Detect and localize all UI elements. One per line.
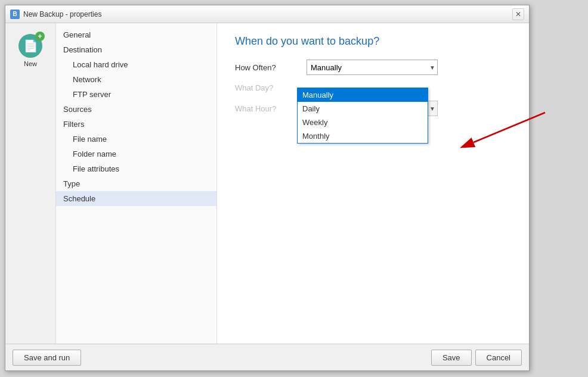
sidebar-item-local-hard-drive[interactable]: Local hard drive [56, 57, 216, 72]
sidebar-item-general[interactable]: General [56, 27, 216, 42]
main-dialog: B New Backup - properties ✕ 📄 + New Gene… [5, 5, 530, 371]
how-often-label: How Often? [235, 63, 307, 72]
sidebar-item-sources[interactable]: Sources [56, 102, 216, 117]
icon-panel: 📄 + New [5, 23, 56, 344]
new-label: New [24, 60, 37, 67]
dialog-titlebar: B New Backup - properties ✕ [5, 5, 529, 23]
dialog-title: New Backup - properties [23, 10, 512, 18]
sidebar-item-filters[interactable]: Filters [56, 117, 216, 132]
section-title: When do you want to backup? [235, 35, 511, 48]
sidebar-item-file-name[interactable]: File name [56, 132, 216, 147]
plus-badge: + [35, 32, 45, 41]
new-item[interactable]: 📄 + New [5, 29, 55, 72]
cancel-button[interactable]: Cancel [475, 350, 522, 366]
dropdown-overlay: Manually Daily Weekly Monthly [297, 88, 428, 144]
dropdown-item-weekly[interactable]: Weekly [298, 116, 428, 129]
sidebar-item-folder-name[interactable]: Folder name [56, 147, 216, 161]
dropdown-item-manually[interactable]: Manually [298, 88, 428, 102]
sidebar-item-type[interactable]: Type [56, 176, 216, 191]
sidebar-item-ftp-server[interactable]: FTP server [56, 87, 216, 102]
close-button[interactable]: ✕ [512, 8, 524, 20]
sidebar-item-file-attributes[interactable]: File attributes [56, 161, 216, 176]
how-often-row: How Often? Manually Daily Weekly Monthly… [235, 60, 511, 75]
dropdown-item-monthly[interactable]: Monthly [298, 129, 428, 143]
dropdown-item-daily[interactable]: Daily [298, 102, 428, 116]
dialog-icon: B [10, 10, 20, 19]
dialog-footer: Save and run Save Cancel [5, 344, 529, 370]
nav-section: General Destination Local hard drive Net… [56, 26, 216, 207]
what-hour-label: What Hour? [235, 104, 307, 113]
how-often-select[interactable]: Manually Daily Weekly Monthly [307, 60, 438, 75]
save-run-button[interactable]: Save and run [13, 350, 81, 366]
how-often-select-wrapper: Manually Daily Weekly Monthly ▼ [307, 60, 438, 75]
save-button[interactable]: Save [431, 350, 472, 366]
main-content: When do you want to backup? How Often? M… [217, 23, 529, 344]
sidebar-item-network[interactable]: Network [56, 72, 216, 87]
new-icon: 📄 + [18, 34, 42, 58]
what-day-label: What Day? [235, 83, 307, 92]
sidebar-item-destination[interactable]: Destination [56, 42, 216, 57]
sidebar-item-schedule[interactable]: Schedule [56, 191, 216, 206]
sidebar: General Destination Local hard drive Net… [56, 23, 217, 344]
